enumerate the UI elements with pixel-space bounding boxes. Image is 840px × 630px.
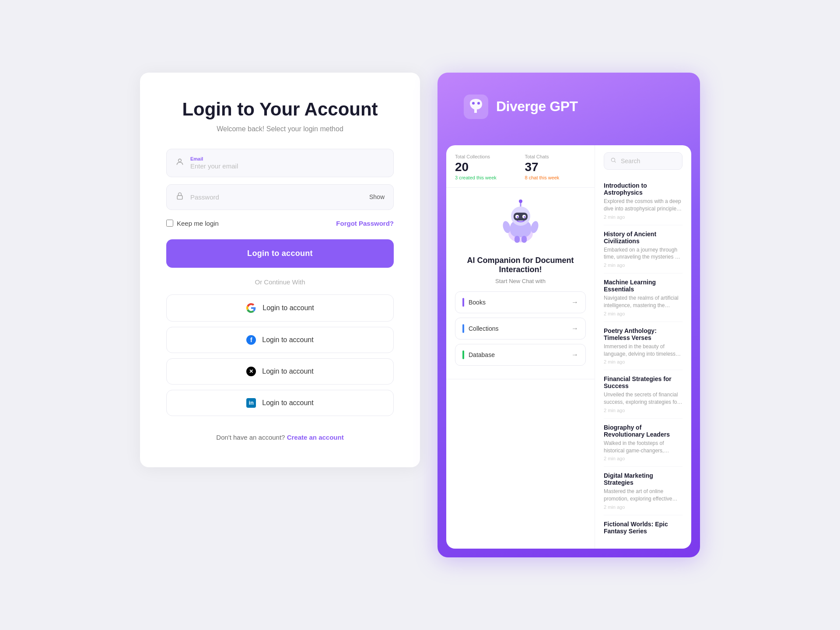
app-logo-icon [464,94,488,119]
forgot-password-link[interactable]: Forgot Password? [336,220,394,227]
signup-text: Don't have an account? Create an account [216,434,343,441]
chats-value: 37 [525,161,586,173]
chat-item[interactable]: Digital Marketing Strategies Mastered th… [604,467,682,515]
chat-item[interactable]: Machine Learning Essentials Navigated th… [604,273,682,322]
password-field[interactable] [190,193,363,201]
nav-dot-collections [462,324,464,333]
facebook-login-label: Login to account [262,336,313,344]
google-icon [246,303,256,313]
svg-point-16 [519,200,522,203]
search-bar [604,152,682,170]
robot-section: AI Companion for Document Interaction! S… [446,188,595,379]
svg-point-4 [477,102,480,105]
google-login-button[interactable]: Login to account [166,294,394,322]
robot-title: AI Companion for Document Interaction! [455,256,586,274]
facebook-icon: f [246,335,256,345]
email-input-group: Email [166,149,394,177]
lock-icon [175,192,184,203]
collections-value: 20 [455,161,516,173]
password-inner [190,193,363,201]
chat-item[interactable]: Financial Strategies for Success Unveile… [604,370,682,419]
login-button[interactable]: Login to account [166,239,394,268]
nav-item-database[interactable]: Database → [455,344,586,366]
card-left: Total Collections 20 3 created this week… [446,145,595,549]
chats-sub: 8 chat this week [525,175,586,180]
chats-stat: Total Chats 37 8 chat this week [525,154,586,180]
nav-dot-books [462,298,464,307]
options-row: Keep me login Forgot Password? [166,220,394,227]
chat-list: Introduction to Astrophysics Explored th… [604,177,682,542]
nav-label-books: Books [469,299,486,306]
chat-time: 2 min ago [604,214,682,220]
robot-subtitle: Start New Chat with [495,278,546,284]
chat-time: 2 min ago [604,504,682,510]
app-name: Diverge GPT [496,98,578,115]
google-login-label: Login to account [262,304,314,312]
chat-desc: Immersed in the beauty of language, delv… [604,343,682,358]
chat-item[interactable]: Poetry Anthology: Timeless Verses Immers… [604,322,682,371]
nav-arrow-database: → [571,351,578,359]
linkedin-login-label: Login to account [262,399,313,407]
nav-dot-database [462,350,464,359]
chat-title: Machine Learning Essentials [604,279,682,293]
collections-stat: Total Collections 20 3 created this week [455,154,516,180]
stats-row: Total Collections 20 3 created this week… [446,145,595,188]
search-input[interactable] [621,158,676,164]
chat-title: History of Ancient Civilizations [604,231,682,245]
chat-title: Fictional Worlds: Epic Fantasy Series [604,521,682,535]
chat-title: Poetry Anthology: Timeless Verses [604,327,682,341]
svg-point-0 [178,159,182,162]
app-branding: Diverge GPT [438,73,700,145]
page-container: Login to Your Account Welcome back! Sele… [140,73,700,557]
chat-desc: Explored the cosmos with a deep dive int… [604,198,682,213]
show-password-button[interactable]: Show [369,193,385,200]
nav-label-collections: Collections [469,325,498,332]
collections-sub: 3 created this week [455,175,516,180]
email-inner: Email [190,156,385,170]
chat-title: Digital Marketing Strategies [604,472,682,486]
chat-item[interactable]: Fictional Worlds: Epic Fantasy Series [604,515,682,542]
nav-item-collections[interactable]: Collections → [455,318,586,340]
card-right: Introduction to Astrophysics Explored th… [595,145,691,549]
chat-item[interactable]: Introduction to Astrophysics Explored th… [604,177,682,225]
collections-label: Total Collections [455,154,516,159]
nav-label-database: Database [469,351,495,358]
chats-label: Total Chats [525,154,586,159]
svg-point-3 [472,102,475,105]
search-icon [610,157,616,165]
or-divider: Or Continue With [255,278,305,286]
linkedin-login-button[interactable]: in Login to account [166,390,394,416]
password-input-group: Show [166,184,394,210]
facebook-login-button[interactable]: f Login to account [166,327,394,353]
chat-desc: Walked in the footsteps of historical ga… [604,440,682,455]
svg-point-12 [524,216,525,218]
nav-arrow-books: → [571,298,578,306]
nav-item-books[interactable]: Books → [455,291,586,313]
login-title: Login to Your Account [182,99,378,120]
nav-arrow-collections: → [571,325,578,332]
x-icon: ✕ [246,367,256,376]
chat-desc: Navigated the realms of artificial intel… [604,294,682,309]
user-icon [175,158,184,168]
email-label: Email [190,156,385,161]
email-field[interactable] [190,162,385,170]
linkedin-icon: in [246,398,256,408]
x-login-button[interactable]: ✕ Login to account [166,358,394,385]
svg-rect-1 [177,196,182,199]
chat-time: 2 min ago [604,359,682,364]
robot-illustration [494,196,547,249]
svg-rect-18 [522,236,527,243]
chat-item[interactable]: History of Ancient Civilizations Embarke… [604,225,682,274]
svg-point-19 [611,158,615,161]
keep-login-checkbox[interactable] [166,220,173,227]
chat-item[interactable]: Biography of Revolutionary Leaders Walke… [604,419,682,467]
svg-rect-17 [514,236,520,243]
inner-card: Total Collections 20 3 created this week… [446,145,691,549]
chat-title: Introduction to Astrophysics [604,182,682,196]
create-account-link[interactable]: Create an account [287,434,344,441]
chat-time: 2 min ago [604,262,682,268]
app-preview: Diverge GPT Total Collections 20 3 creat… [438,73,700,557]
chat-desc: Unveiled the secrets of financial succes… [604,391,682,406]
login-subtitle: Welcome back! Select your login method [217,125,343,133]
keep-login-label: Keep me login [166,220,219,227]
